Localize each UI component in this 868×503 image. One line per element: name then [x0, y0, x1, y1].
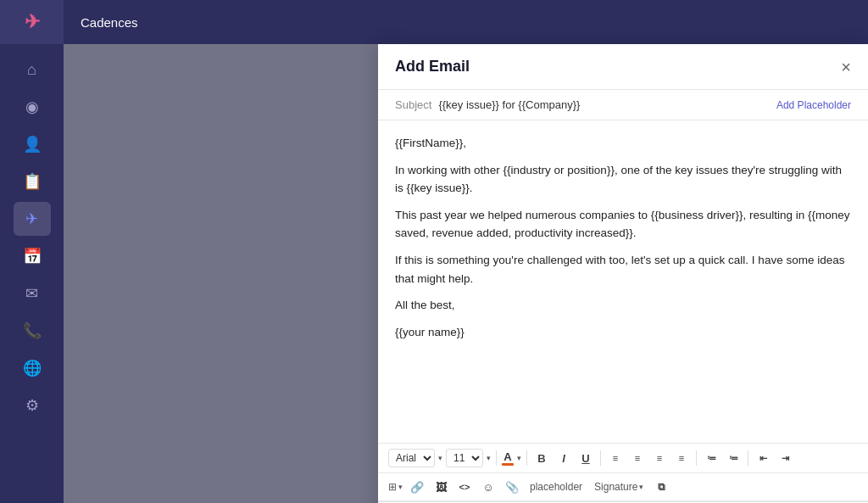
- close-button[interactable]: ×: [841, 59, 851, 75]
- mail-icon: ✉: [25, 284, 38, 303]
- toolbar-row-2: ⊞ ▾ 🔗 🖼 <> ☺ 📎: [378, 473, 868, 501]
- send-icon: ✈: [25, 210, 38, 228]
- main-area: Cadences + Add Cadence Steps Add Email ×…: [64, 0, 868, 503]
- font-size-select[interactable]: 11pt: [446, 449, 483, 467]
- settings-icon: ⚙: [25, 396, 39, 415]
- align-right-button[interactable]: ≡: [650, 449, 669, 467]
- indent-increase-button[interactable]: ⇥: [776, 449, 794, 467]
- page-title: Cadences: [81, 15, 138, 30]
- table-button[interactable]: ⊞ ▾: [388, 481, 403, 493]
- body-line-5: All the best,: [395, 296, 851, 315]
- body-line-6: {{your name}}: [395, 323, 851, 342]
- sidebar-item-reports[interactable]: 📋: [14, 165, 51, 198]
- sidebar-nav: ⌂ ◉ 👤 📋 ✈ 📅 ✉ 📞 🌐 ⚙: [0, 44, 64, 431]
- align-justify-button[interactable]: ≡: [672, 449, 691, 467]
- bullet-list-button[interactable]: ≔: [702, 449, 721, 467]
- image-icon: 🖼: [436, 481, 447, 494]
- body-line-1: {{FirstName}},: [395, 134, 851, 153]
- sidebar-item-mail[interactable]: ✉: [14, 277, 51, 310]
- toolbar-row-1: Arial ▾ 11pt ▾ A ▾ B I U: [378, 443, 868, 473]
- sidebar-item-settings[interactable]: ⚙: [14, 388, 51, 422]
- sidebar-item-contacts[interactable]: ◉: [14, 90, 51, 124]
- sidebar-item-home[interactable]: ⌂: [14, 53, 51, 87]
- home-icon: ⌂: [27, 61, 36, 79]
- app-logo-icon: ✈: [25, 11, 40, 33]
- signature-button[interactable]: Signature ▾: [591, 480, 647, 494]
- sidebar-item-calendar[interactable]: 📅: [14, 239, 51, 273]
- toolbar-divider-2: [526, 450, 527, 466]
- person-icon: 👤: [23, 135, 42, 154]
- emoji-icon: ☺: [482, 481, 493, 494]
- link-icon: 🔗: [410, 481, 424, 494]
- numbered-list-button[interactable]: ≔: [724, 449, 743, 467]
- placeholder-label: placeholder: [530, 481, 582, 493]
- modal-overlay: Add Email × Subject {{key issue}} for {{…: [64, 44, 868, 503]
- font-color-button[interactable]: A: [502, 451, 514, 466]
- toolbar-divider-3: [600, 450, 601, 466]
- sidebar-logo: ✈: [0, 0, 64, 44]
- font-family-select[interactable]: Arial: [388, 449, 435, 467]
- sidebar: ✈ ⌂ ◉ 👤 📋 ✈ 📅 ✉ 📞 🌐 ⚙: [0, 0, 64, 503]
- modal-header: Add Email ×: [378, 44, 868, 90]
- window-expand-button[interactable]: ⧉: [652, 478, 670, 496]
- table-icon: ⊞: [388, 481, 397, 493]
- underline-button[interactable]: U: [576, 449, 595, 467]
- code-button[interactable]: <>: [455, 478, 474, 496]
- topbar: Cadences: [64, 0, 868, 44]
- modal-subject-row: Subject {{key issue}} for {{Company}} Ad…: [378, 90, 868, 120]
- font-family-chevron: ▾: [438, 454, 442, 462]
- font-size-chevron: ▾: [487, 454, 491, 462]
- calendar-icon: 📅: [23, 247, 42, 265]
- phone-icon: 📞: [23, 321, 42, 340]
- indent-decrease-button[interactable]: ⇤: [754, 449, 772, 467]
- signature-label: Signature: [594, 481, 637, 493]
- add-email-modal: Add Email × Subject {{key issue}} for {{…: [378, 44, 868, 503]
- body-line-4: If this is something you're challenged w…: [395, 251, 851, 288]
- modal-title: Add Email: [395, 58, 470, 75]
- attachment-button[interactable]: 📎: [503, 478, 521, 496]
- italic-button[interactable]: I: [554, 449, 573, 467]
- bold-button[interactable]: B: [532, 449, 551, 467]
- attachment-icon: 📎: [505, 481, 519, 494]
- toolbar-divider-4: [696, 450, 697, 466]
- placeholder-button[interactable]: placeholder: [526, 480, 586, 494]
- sidebar-item-person[interactable]: 👤: [14, 127, 51, 161]
- align-center-button[interactable]: ≡: [628, 449, 647, 467]
- link-button[interactable]: 🔗: [408, 478, 426, 496]
- content-panel: + Add Cadence Steps Add Email × Subject …: [64, 44, 868, 503]
- toolbar-divider-5: [748, 450, 748, 466]
- subject-label: Subject: [395, 98, 431, 111]
- sidebar-item-phone[interactable]: 📞: [14, 314, 51, 348]
- subject-value[interactable]: {{key issue}} for {{Company}}: [438, 98, 770, 111]
- sidebar-item-globe[interactable]: 🌐: [14, 351, 51, 385]
- body-line-3: This past year we helped numerous compan…: [395, 206, 851, 243]
- add-placeholder-button[interactable]: Add Placeholder: [776, 99, 851, 111]
- align-left-button[interactable]: ≡: [606, 449, 625, 467]
- toolbar-divider-1: [496, 450, 497, 466]
- signature-chevron: ▾: [639, 483, 643, 491]
- reports-icon: 📋: [23, 172, 42, 191]
- contacts-icon: ◉: [25, 98, 39, 116]
- emoji-button[interactable]: ☺: [479, 478, 498, 496]
- globe-icon: 🌐: [23, 359, 42, 377]
- table-chevron: ▾: [398, 483, 403, 491]
- sidebar-item-cadences[interactable]: ✈: [14, 202, 51, 236]
- image-button[interactable]: 🖼: [431, 478, 450, 496]
- modal-body[interactable]: {{FirstName}}, In working with other {{i…: [378, 120, 868, 443]
- font-color-chevron: ▾: [517, 454, 521, 462]
- body-line-2: In working with other {{industry or posi…: [395, 161, 851, 198]
